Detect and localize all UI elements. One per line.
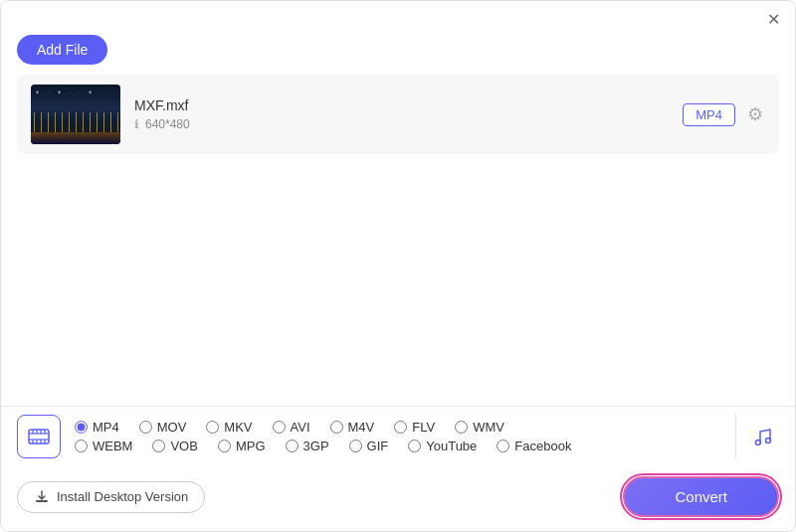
file-item: MXF.mxf ℹ 640*480 MP4 ⚙: [17, 75, 779, 154]
radio-input-webm[interactable]: [75, 440, 88, 452]
radio-m4v[interactable]: M4V: [330, 420, 375, 435]
file-name: MXF.mxf: [134, 97, 669, 113]
add-file-button[interactable]: Add File: [17, 35, 107, 65]
radio-3gp[interactable]: 3GP: [286, 439, 329, 453]
radio-input-vob[interactable]: [152, 440, 165, 452]
download-icon: [34, 489, 50, 505]
thumbnail-image: [31, 85, 120, 144]
file-actions: MP4 ⚙: [683, 101, 765, 127]
radio-label-mpg: MPG: [236, 439, 266, 453]
radio-flv[interactable]: FLV: [394, 420, 435, 435]
format-row-1: MP4 MOV MKV AVI M4V: [75, 420, 727, 435]
app-window: ✕ Add File MXF.mxf ℹ 640*480: [0, 0, 796, 532]
bottom-bar: Install Desktop Version Convert: [1, 466, 795, 531]
audio-format-button[interactable]: [735, 415, 779, 458]
radio-label-flv: FLV: [412, 420, 435, 435]
file-meta: ℹ 640*480: [134, 117, 669, 131]
radio-facebook[interactable]: Facebook: [497, 439, 571, 453]
settings-button[interactable]: ⚙: [745, 101, 765, 127]
install-button[interactable]: Install Desktop Version: [17, 481, 205, 513]
radio-label-wmv: WMV: [473, 420, 504, 435]
file-thumbnail: [31, 85, 120, 144]
radio-input-3gp[interactable]: [286, 440, 298, 452]
film-icon: [28, 426, 50, 447]
radio-mov[interactable]: MOV: [139, 420, 187, 435]
radio-mkv[interactable]: MKV: [206, 420, 252, 435]
radio-label-3gp: 3GP: [303, 439, 329, 453]
svg-rect-0: [29, 430, 49, 443]
radio-mpg[interactable]: MPG: [218, 439, 266, 453]
radio-input-mov[interactable]: [139, 421, 152, 434]
radio-input-wmv[interactable]: [455, 421, 468, 434]
file-info: MXF.mxf ℹ 640*480: [134, 97, 669, 131]
radio-label-webm: WEBM: [93, 439, 132, 453]
thumbnail-water: [31, 132, 120, 144]
radio-vob[interactable]: VOB: [152, 439, 197, 453]
radio-label-mp4: MP4: [93, 420, 119, 435]
svg-point-12: [765, 439, 770, 443]
radio-input-mkv[interactable]: [206, 421, 219, 434]
close-button[interactable]: ✕: [765, 11, 781, 27]
radio-mp4[interactable]: MP4: [75, 420, 119, 435]
video-format-icon[interactable]: [17, 415, 61, 458]
radio-label-gif: GIF: [367, 439, 389, 453]
radio-input-flv[interactable]: [394, 421, 407, 434]
convert-button[interactable]: Convert: [623, 476, 779, 517]
radio-label-youtube: YouTube: [426, 439, 477, 453]
install-label: Install Desktop Version: [57, 489, 188, 504]
thumbnail-city-lights: [31, 112, 120, 132]
radio-input-youtube[interactable]: [408, 440, 421, 452]
radio-input-avi[interactable]: [273, 421, 286, 434]
radio-input-facebook[interactable]: [497, 440, 509, 452]
radio-input-mpg[interactable]: [218, 440, 231, 452]
radio-gif[interactable]: GIF: [349, 439, 389, 453]
music-note-icon: [752, 426, 774, 447]
radio-youtube[interactable]: YouTube: [408, 439, 477, 453]
svg-rect-13: [36, 500, 48, 502]
radio-avi[interactable]: AVI: [273, 420, 310, 435]
format-badge-button[interactable]: MP4: [683, 103, 735, 126]
info-icon: ℹ: [134, 117, 139, 131]
radio-input-m4v[interactable]: [330, 421, 343, 434]
radio-input-mp4[interactable]: [75, 421, 88, 434]
radio-label-vob: VOB: [170, 439, 197, 453]
radio-webm[interactable]: WEBM: [75, 439, 132, 453]
radio-label-mkv: MKV: [224, 420, 252, 435]
radio-wmv[interactable]: WMV: [455, 420, 504, 435]
radio-label-mov: MOV: [157, 420, 187, 435]
format-options: MP4 MOV MKV AVI M4V: [75, 420, 727, 453]
radio-label-m4v: M4V: [348, 420, 375, 435]
radio-label-avi: AVI: [291, 420, 310, 435]
format-bar: MP4 MOV MKV AVI M4V: [1, 406, 795, 466]
svg-point-11: [755, 441, 760, 445]
toolbar: Add File: [1, 31, 795, 75]
file-resolution: 640*480: [145, 117, 190, 131]
title-bar: ✕: [1, 1, 795, 31]
file-list: MXF.mxf ℹ 640*480 MP4 ⚙: [1, 75, 795, 406]
format-row-2: WEBM VOB MPG 3GP GIF: [75, 439, 727, 453]
radio-label-facebook: Facebook: [514, 439, 571, 453]
radio-input-gif[interactable]: [349, 440, 362, 452]
